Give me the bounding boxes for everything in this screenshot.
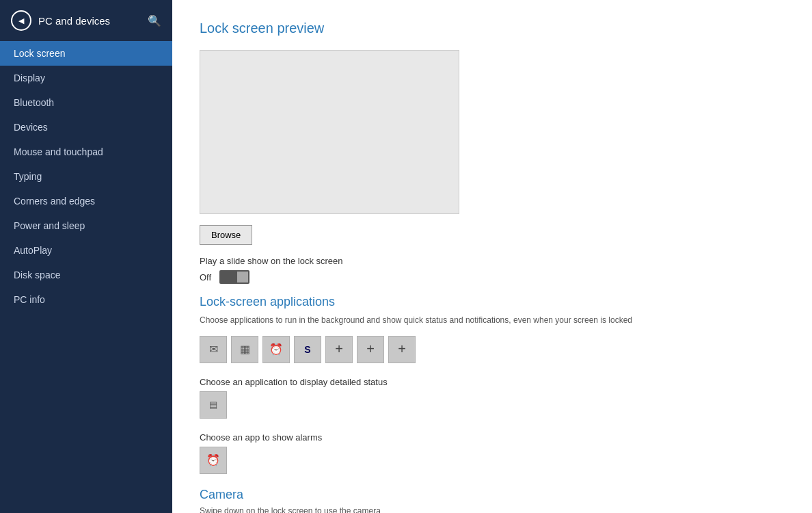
sidebar-item-lock-screen[interactable]: Lock screen — [0, 41, 172, 66]
sidebar-item-bluetooth[interactable]: Bluetooth — [0, 90, 172, 115]
lock-screen-apps-title: Lock-screen applications — [200, 295, 785, 309]
add-app-icon-3[interactable]: + — [388, 336, 416, 363]
sidebar-item-corners-and-edges[interactable]: Corners and edges — [0, 189, 172, 213]
alarm-app-icon[interactable]: ⏰ — [262, 336, 290, 363]
lock-screen-preview-image — [200, 50, 459, 214]
add-app-icon-1[interactable]: + — [325, 336, 353, 363]
sidebar: PC and devices 🔍 Lock screen Display Blu… — [0, 0, 172, 513]
sidebar-item-devices[interactable]: Devices — [0, 115, 172, 140]
sidebar-title: PC and devices — [38, 15, 110, 27]
calendar-app-icon[interactable]: ▦ — [231, 336, 258, 363]
toggle-off-label: Off — [200, 272, 211, 282]
alarm-single-icon: ⏰ — [206, 453, 220, 466]
add-app-icon-2[interactable]: + — [357, 336, 384, 363]
detailed-status-app-icon[interactable]: ▤ — [200, 391, 227, 419]
mail-app-icon[interactable]: ✉ — [200, 336, 227, 363]
browse-button[interactable]: Browse — [200, 225, 252, 245]
slideshow-setting: Play a slide show on the lock screen Off — [200, 256, 785, 284]
detailed-status-label: Choose an application to display detaile… — [200, 377, 785, 387]
toggle-row: Off — [200, 270, 785, 284]
page-title: Lock screen preview — [200, 21, 785, 36]
main-content: Lock screen preview Browse Play a slide … — [172, 0, 812, 513]
quick-status-apps-row: ✉ ▦ ⏰ S + + + — [200, 336, 785, 363]
sidebar-item-typing[interactable]: Typing — [0, 164, 172, 189]
calendar-icon: ▦ — [240, 343, 250, 356]
plus-icon-2: + — [366, 341, 375, 357]
camera-title: Camera — [200, 488, 785, 502]
sidebar-item-autoplay[interactable]: AutoPlay — [0, 238, 172, 263]
back-button[interactable] — [11, 10, 31, 31]
alarm-app-setting: Choose an app to show alarms ⏰ — [200, 432, 785, 474]
lock-screen-apps-description: Choose applications to run in the backgr… — [200, 315, 785, 326]
sidebar-item-disk-space[interactable]: Disk space — [0, 263, 172, 287]
camera-description: Swipe down on the lock screen to use the… — [200, 506, 785, 513]
sidebar-header: PC and devices 🔍 — [0, 0, 172, 41]
plus-icon-3: + — [398, 341, 406, 357]
detailed-status-icon: ▤ — [209, 399, 217, 410]
mail-icon: ✉ — [209, 343, 218, 356]
sidebar-item-pc-info[interactable]: PC info — [0, 287, 172, 312]
sidebar-item-power-and-sleep[interactable]: Power and sleep — [0, 213, 172, 238]
alarm-icon: ⏰ — [269, 343, 283, 356]
alarm-app-label: Choose an app to show alarms — [200, 432, 785, 443]
sidebar-item-display[interactable]: Display — [0, 66, 172, 90]
slideshow-label: Play a slide show on the lock screen — [200, 256, 785, 266]
skype-icon: S — [304, 344, 310, 355]
skype-app-icon[interactable]: S — [294, 336, 321, 363]
alarm-app-icon-single[interactable]: ⏰ — [200, 447, 227, 474]
detailed-status-setting: Choose an application to display detaile… — [200, 377, 785, 419]
sidebar-nav: Lock screen Display Bluetooth Devices Mo… — [0, 41, 172, 312]
sidebar-item-mouse-and-touchpad[interactable]: Mouse and touchpad — [0, 140, 172, 164]
search-icon[interactable]: 🔍 — [148, 14, 161, 27]
plus-icon-1: + — [335, 341, 343, 357]
slideshow-toggle[interactable] — [219, 270, 249, 284]
